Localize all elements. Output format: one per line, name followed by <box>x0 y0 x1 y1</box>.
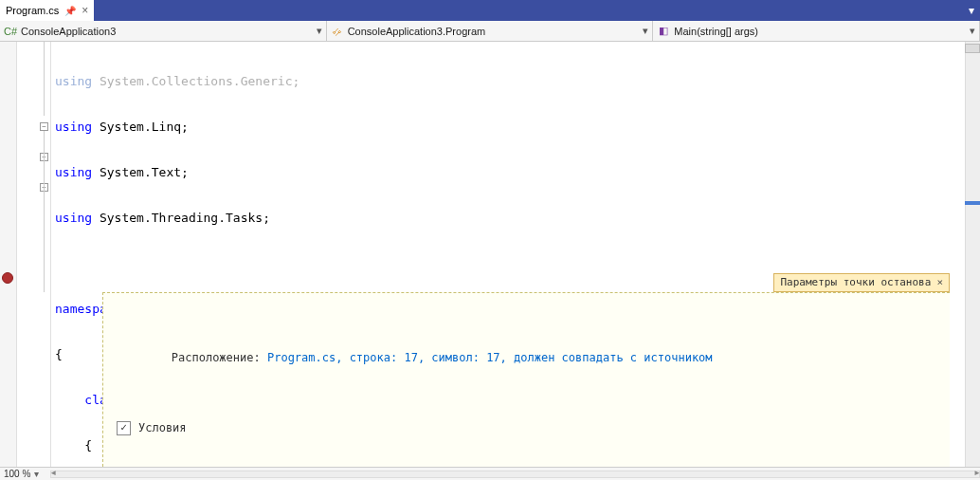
split-toggle[interactable] <box>965 44 980 53</box>
conditions-checkbox[interactable]: ✓ <box>117 421 131 435</box>
location-label: Расположение: <box>172 351 267 364</box>
breakpoint-settings-title: Параметры точки останова <box>780 275 931 290</box>
tab-filename: Program.cs <box>6 5 59 16</box>
breakpoint-location: Расположение: Program.cs, строка: 17, си… <box>117 335 936 380</box>
overview-marker[interactable] <box>965 201 980 205</box>
navigation-bar: C# ConsoleApplication3 ▾ 🝰 ConsoleApplic… <box>0 21 980 42</box>
chevron-down-icon: ▾ <box>317 25 322 37</box>
breakpoint-glyph[interactable] <box>2 272 13 284</box>
editor-status-bar: 100 % ▾ <box>0 467 980 480</box>
fold-toggle[interactable]: − <box>40 122 48 131</box>
outline-margin[interactable]: − − − <box>17 42 51 467</box>
close-tab-icon[interactable]: × <box>82 4 88 17</box>
nav-class-combo[interactable]: 🝰 ConsoleApplication3.Program ▾ <box>327 21 654 41</box>
document-tab[interactable]: Program.cs 📌 × <box>0 0 94 21</box>
class-icon: 🝰 <box>331 26 344 37</box>
pin-icon[interactable]: 📌 <box>64 6 76 16</box>
code-text-area[interactable]: using System.Collections.Generic; using … <box>51 42 965 467</box>
document-tab-bar: Program.cs 📌 × ▾ <box>0 0 980 21</box>
nav-method-combo[interactable]: ◧ Main(string[] args) ▾ <box>653 21 980 41</box>
conditions-label: Условия <box>138 420 187 435</box>
nav-project-label: ConsoleApplication3 <box>21 26 116 37</box>
nav-class-label: ConsoleApplication3.Program <box>348 26 486 37</box>
method-icon: ◧ <box>657 25 670 37</box>
editor: − − − using System.Collections.Generic; … <box>0 42 980 467</box>
outline-guide <box>44 42 45 116</box>
zoom-dropdown-icon[interactable]: ▾ <box>34 469 39 479</box>
vertical-scrollbar[interactable] <box>965 42 980 467</box>
chevron-down-icon: ▾ <box>643 25 648 37</box>
zoom-level[interactable]: 100 % <box>4 469 30 479</box>
close-icon[interactable]: × <box>936 275 943 290</box>
glyph-margin[interactable] <box>0 42 17 467</box>
tab-spacer <box>94 0 963 21</box>
location-link[interactable]: Program.cs, строка: 17, символ: 17, долж… <box>267 351 713 364</box>
breakpoint-settings-header: Параметры точки останова × <box>773 273 950 292</box>
outline-guide <box>44 131 45 292</box>
tab-dropdown-icon[interactable]: ▾ <box>963 0 980 21</box>
chevron-down-icon: ▾ <box>970 25 975 37</box>
horizontal-scrollbar[interactable] <box>50 471 980 478</box>
nav-method-label: Main(string[] args) <box>674 26 758 37</box>
csharp-project-icon: C# <box>4 26 17 37</box>
nav-project-combo[interactable]: C# ConsoleApplication3 ▾ <box>0 21 327 41</box>
breakpoint-settings-panel: Расположение: Program.cs, строка: 17, си… <box>102 292 950 467</box>
